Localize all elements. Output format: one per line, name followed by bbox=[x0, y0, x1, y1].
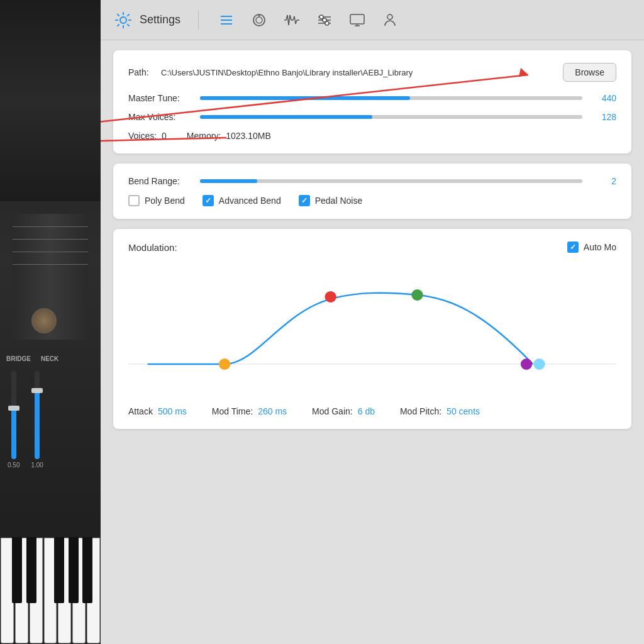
memory-stat: Memory: 1023.10MB bbox=[187, 131, 271, 141]
gear-icon[interactable] bbox=[113, 10, 133, 30]
release-end-point[interactable] bbox=[533, 358, 545, 370]
monitor-icon[interactable] bbox=[347, 10, 367, 30]
mod-pitch-stat: Mod Pitch: 50 cents bbox=[400, 406, 480, 416]
auto-mod-label: Auto Mo bbox=[584, 242, 616, 252]
svg-point-25 bbox=[387, 14, 392, 19]
sidebar: BRIDGE NECK 0.50 1.00 bbox=[0, 0, 101, 644]
path-panel: Path: C:\Users\JUSTIN\Desktop\Ethno Banj… bbox=[113, 50, 631, 153]
modulation-panel: Modulation: Auto Mo bbox=[113, 229, 631, 429]
svg-point-4 bbox=[256, 17, 262, 23]
max-voices-value: 128 bbox=[591, 112, 616, 122]
mod-time-label: Mod Time: bbox=[212, 406, 253, 416]
svg-line-10 bbox=[290, 15, 291, 20]
attack-point[interactable] bbox=[219, 358, 230, 370]
pedal-noise-item[interactable]: Pedal Noise bbox=[299, 195, 363, 206]
svg-line-14 bbox=[296, 20, 297, 24]
svg-line-13 bbox=[294, 16, 296, 24]
bridge-fader-value: 0.50 bbox=[8, 462, 19, 469]
mod-time-stat: Mod Time: 260 ms bbox=[212, 406, 287, 416]
mod-gain-stat: Mod Gain: 6 db bbox=[312, 406, 375, 416]
main-content: Settings bbox=[101, 0, 644, 644]
max-voices-row: Max Voices: 128 bbox=[128, 112, 616, 122]
checkboxes-row: Poly Bend Advanced Bend Pedal Noise bbox=[128, 195, 616, 206]
fader-group: 0.50 1.00 bbox=[8, 371, 43, 469]
neck-fader-value: 1.00 bbox=[31, 462, 43, 469]
neck-label: NECK bbox=[41, 355, 58, 362]
settings-section: Settings bbox=[113, 10, 180, 30]
svg-line-9 bbox=[289, 15, 290, 25]
mod-time-value: 260 ms bbox=[258, 406, 287, 416]
bridge-label: BRIDGE bbox=[6, 355, 31, 362]
mod-gain-value: 6 db bbox=[358, 406, 375, 416]
svg-point-18 bbox=[319, 15, 323, 19]
envelope-svg bbox=[128, 260, 616, 399]
advanced-bend-checkbox[interactable] bbox=[203, 195, 214, 206]
poly-bend-checkbox[interactable] bbox=[128, 195, 140, 206]
instrument-panel: BRIDGE NECK 0.50 1.00 bbox=[0, 0, 101, 644]
bend-range-row: Bend Range: 2 bbox=[128, 176, 616, 186]
advanced-bend-label: Advanced Bend bbox=[219, 196, 281, 206]
list-icon[interactable] bbox=[216, 10, 236, 30]
path-row: Path: C:\Users\JUSTIN\Desktop\Ethno Banj… bbox=[128, 63, 616, 82]
person-icon[interactable] bbox=[380, 10, 400, 30]
pedal-noise-checkbox[interactable] bbox=[299, 195, 310, 206]
modulation-label: Modulation: bbox=[128, 242, 177, 253]
bend-panel: Bend Range: 2 Poly Bend Advanced Bend bbox=[113, 164, 631, 219]
mod-pitch-label: Mod Pitch: bbox=[400, 406, 441, 416]
mixer-labels: BRIDGE NECK bbox=[6, 355, 58, 362]
voices-label: Voices: bbox=[128, 131, 157, 141]
poly-bend-item[interactable]: Poly Bend bbox=[128, 195, 185, 206]
palette-icon[interactable] bbox=[249, 10, 269, 30]
toolbar-divider bbox=[198, 11, 199, 30]
stats-row: Voices: 0 Memory: 1023.10MB bbox=[128, 131, 616, 141]
bend-range-label: Bend Range: bbox=[128, 176, 191, 186]
master-tune-slider[interactable] bbox=[200, 96, 582, 100]
attack-value: 500 ms bbox=[158, 406, 187, 416]
svg-point-5 bbox=[258, 14, 260, 16]
memory-value: 1023.10MB bbox=[226, 131, 271, 141]
pedal-noise-label: Pedal Noise bbox=[315, 196, 363, 206]
master-tune-value: 440 bbox=[591, 93, 616, 103]
path-value: C:\Users\JUSTIN\Desktop\Ethno Banjo\Libr… bbox=[161, 68, 555, 77]
mod-gain-label: Mod Gain: bbox=[312, 406, 353, 416]
attack-stat: Attack 500 ms bbox=[128, 406, 187, 416]
bend-range-slider[interactable] bbox=[200, 179, 582, 183]
piano-keyboard[interactable] bbox=[0, 537, 101, 644]
max-voices-label: Max Voices: bbox=[128, 112, 191, 122]
path-label: Path: bbox=[128, 67, 153, 77]
settings-title: Settings bbox=[140, 13, 180, 26]
auto-mod-row: Auto Mo bbox=[567, 242, 616, 253]
mod-stats: Attack 500 ms Mod Time: 260 ms Mod Gain:… bbox=[128, 406, 616, 416]
voices-stat: Voices: 0 bbox=[128, 131, 167, 141]
advanced-bend-item[interactable]: Advanced Bend bbox=[203, 195, 281, 206]
auto-mod-checkbox[interactable] bbox=[567, 242, 579, 253]
attack-peak-point[interactable] bbox=[325, 291, 336, 303]
sustain-point[interactable] bbox=[411, 289, 423, 301]
mod-header: Modulation: Auto Mo bbox=[128, 242, 616, 253]
waveform-icon[interactable] bbox=[282, 10, 302, 30]
svg-point-21 bbox=[323, 18, 326, 22]
bend-range-value: 2 bbox=[591, 176, 616, 186]
bridge-fader[interactable]: 0.50 bbox=[8, 371, 19, 469]
browse-button[interactable]: Browse bbox=[563, 63, 616, 82]
poly-bend-label: Poly Bend bbox=[145, 196, 185, 206]
toolbar: Settings bbox=[101, 0, 644, 40]
max-voices-slider[interactable] bbox=[200, 115, 582, 119]
envelope-chart bbox=[128, 260, 616, 399]
voices-value: 0 bbox=[162, 131, 167, 141]
master-tune-row: Master Tune: 440 bbox=[128, 93, 616, 103]
memory-label: Memory: bbox=[187, 131, 221, 141]
mixer-icon[interactable] bbox=[314, 10, 335, 30]
attack-label: Attack bbox=[128, 406, 153, 416]
neck-fader[interactable]: 1.00 bbox=[31, 371, 43, 469]
mod-pitch-value: 50 cents bbox=[447, 406, 480, 416]
svg-rect-22 bbox=[350, 14, 364, 24]
release-point[interactable] bbox=[521, 358, 532, 370]
panels-container: Path: C:\Users\JUSTIN\Desktop\Ethno Banj… bbox=[101, 40, 644, 644]
master-tune-label: Master Tune: bbox=[128, 93, 191, 103]
